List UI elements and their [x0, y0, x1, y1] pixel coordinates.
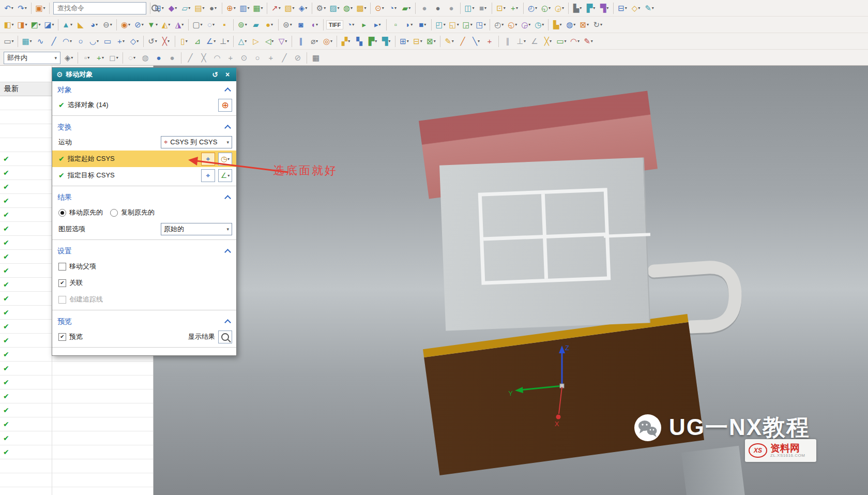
- chevron-down-icon[interactable]: ▾: [516, 6, 518, 10]
- chevron-down-icon[interactable]: ▾: [388, 39, 390, 43]
- collapse-chevron-icon[interactable]: [224, 249, 231, 256]
- toolbar-icon[interactable]: ●: [431, 2, 445, 14]
- toolbar-icon[interactable]: ◍: [139, 51, 152, 64]
- toolbar-icon[interactable]: ⊙: [237, 51, 251, 64]
- chevron-down-icon[interactable]: ▾: [348, 39, 350, 43]
- chevron-down-icon[interactable]: ▾: [580, 6, 582, 10]
- chevron-down-icon[interactable]: ▾: [542, 23, 544, 27]
- toolbar-icon[interactable]: ⊚▾: [236, 18, 249, 31]
- toolbar-icon[interactable]: ⊙▾: [373, 2, 386, 14]
- toolbar-icon[interactable]: ▲▾: [60, 18, 74, 31]
- toolbar-icon[interactable]: ◠: [210, 51, 224, 64]
- chevron-down-icon[interactable]: ▾: [444, 23, 446, 27]
- toolbar-icon[interactable]: ◉▾: [119, 18, 132, 31]
- start-csys-button[interactable]: ⌖: [201, 153, 215, 166]
- chevron-down-icon[interactable]: ▾: [43, 6, 45, 10]
- toolbar-icon[interactable]: ◵▾: [539, 2, 553, 14]
- toolbar-icon[interactable]: ╱: [47, 35, 60, 48]
- toolbar-icon[interactable]: ▰▾: [400, 2, 413, 14]
- chevron-down-icon[interactable]: ▾: [248, 6, 250, 10]
- chevron-down-icon[interactable]: ▾: [52, 23, 54, 27]
- chevron-down-icon[interactable]: ▾: [285, 39, 287, 43]
- chevron-down-icon[interactable]: ▾: [573, 23, 575, 27]
- toolbar-icon[interactable]: ▞▾: [339, 35, 353, 48]
- chevron-down-icon[interactable]: ▾: [652, 6, 654, 10]
- toolbar-icon[interactable]: ◎▾: [321, 35, 334, 48]
- toolbar-icon[interactable]: ◷▾: [532, 18, 546, 31]
- chevron-down-icon[interactable]: ▾: [279, 6, 281, 10]
- toolbar-icon[interactable]: ∿: [34, 35, 47, 48]
- toolbar-icon[interactable]: ⊟▾: [616, 2, 629, 14]
- dialog-titlebar[interactable]: 移动对象 ↺ ×: [52, 68, 236, 81]
- toolbar-icon[interactable]: ▙▾: [571, 2, 584, 14]
- toolbar-icon[interactable]: ⊕▾: [224, 2, 238, 14]
- toolbar-icon[interactable]: ╲▾: [469, 35, 483, 48]
- chevron-down-icon[interactable]: ▾: [227, 39, 229, 43]
- toolbar-icon[interactable]: ▷: [249, 35, 263, 48]
- toolbar-icon[interactable]: ▙▾: [551, 18, 564, 31]
- toolbar-icon[interactable]: ■▾: [476, 2, 490, 14]
- toolbar-icon[interactable]: ▜▾: [598, 2, 611, 14]
- chevron-down-icon[interactable]: ▾: [167, 39, 170, 43]
- toolbar-icon[interactable]: ◩▾: [29, 18, 42, 31]
- toolbar-icon[interactable]: ╱: [456, 35, 469, 48]
- chevron-down-icon[interactable]: ▾: [201, 23, 203, 27]
- show-result-button[interactable]: [218, 331, 232, 343]
- chevron-down-icon[interactable]: ▾: [290, 23, 292, 27]
- toolbar-icon[interactable]: ●▾: [206, 2, 220, 14]
- start-csys-dialog-button[interactable]: ◷▾: [218, 153, 232, 166]
- toolbar-icon[interactable]: ◕▾: [87, 18, 101, 31]
- history-row[interactable]: [0, 473, 153, 487]
- redo-icon[interactable]: ↷▾: [16, 2, 29, 14]
- chevron-down-icon[interactable]: ▾: [70, 39, 72, 43]
- toolbar-icon[interactable]: ▩▾: [355, 2, 368, 14]
- chevron-down-icon[interactable]: ▾: [162, 6, 164, 10]
- chevron-down-icon[interactable]: ▾: [70, 23, 72, 27]
- toolbar-icon[interactable]: +: [483, 35, 496, 48]
- chevron-down-icon[interactable]: ▾: [559, 23, 561, 27]
- toolbar-icon[interactable]: ⊘: [291, 51, 304, 64]
- tiff-button[interactable]: TIFF: [326, 20, 343, 29]
- toolbar-icon[interactable]: ◈▾: [296, 2, 310, 14]
- move-original-radio[interactable]: [58, 209, 66, 217]
- toolbar-icon[interactable]: ▦: [309, 51, 323, 64]
- toolbar-icon[interactable]: ∠: [528, 35, 541, 48]
- toolbar-icon[interactable]: ◶▾: [519, 18, 532, 31]
- toolbar-icon[interactable]: ▤▾: [193, 2, 206, 14]
- toolbar-icon[interactable]: ▸: [357, 18, 371, 31]
- toolbar-icon[interactable]: ╳▾: [159, 35, 173, 48]
- toolbar-icon[interactable]: ▫: [389, 18, 402, 31]
- chevron-down-icon[interactable]: ▾: [577, 39, 580, 43]
- chevron-down-icon[interactable]: ▾: [271, 39, 273, 43]
- chevron-down-icon[interactable]: ▾: [11, 6, 13, 10]
- toolbar-icon[interactable]: +: [224, 51, 237, 64]
- toolbar-icon[interactable]: ◲▾: [461, 18, 474, 31]
- chevron-down-icon[interactable]: ▾: [408, 6, 410, 10]
- chevron-down-icon[interactable]: ▾: [271, 23, 273, 27]
- toolbar-icon[interactable]: ▦▾: [251, 2, 265, 14]
- chevron-down-icon[interactable]: ▾: [234, 6, 236, 10]
- chevron-down-icon[interactable]: ▾: [215, 6, 217, 10]
- chevron-down-icon[interactable]: ▾: [203, 6, 205, 10]
- toolbar-icon[interactable]: ✎▾: [443, 35, 456, 48]
- chevron-down-icon[interactable]: ▾: [638, 6, 640, 10]
- toolbar-icon[interactable]: ◶▾: [553, 2, 566, 14]
- toolbar-icon[interactable]: ◴▾: [492, 18, 506, 31]
- chevron-down-icon[interactable]: ▾: [156, 23, 158, 27]
- toolbar-icon[interactable]: ◁▾: [263, 35, 276, 48]
- toolbar-icon[interactable]: ╱: [184, 51, 197, 64]
- collapse-chevron-icon[interactable]: [224, 87, 231, 94]
- toolbar-icon[interactable]: ▯▾: [177, 35, 191, 48]
- toolbar-icon[interactable]: ⊟▾: [411, 35, 424, 48]
- chevron-down-icon[interactable]: ▾: [186, 39, 188, 43]
- chevron-down-icon[interactable]: ▾: [394, 6, 397, 10]
- chevron-down-icon[interactable]: ▾: [116, 56, 118, 60]
- chevron-down-icon[interactable]: ▾: [25, 6, 27, 10]
- chevron-down-icon[interactable]: ▾: [212, 23, 215, 27]
- chevron-down-icon[interactable]: ▾: [87, 56, 89, 60]
- collapse-chevron-icon[interactable]: [224, 125, 231, 131]
- toolbar-icon[interactable]: ⊖▾: [101, 18, 114, 31]
- chevron-down-icon[interactable]: ▾: [524, 39, 526, 43]
- chevron-down-icon[interactable]: ▾: [214, 39, 216, 43]
- chevron-down-icon[interactable]: ▾: [593, 6, 595, 10]
